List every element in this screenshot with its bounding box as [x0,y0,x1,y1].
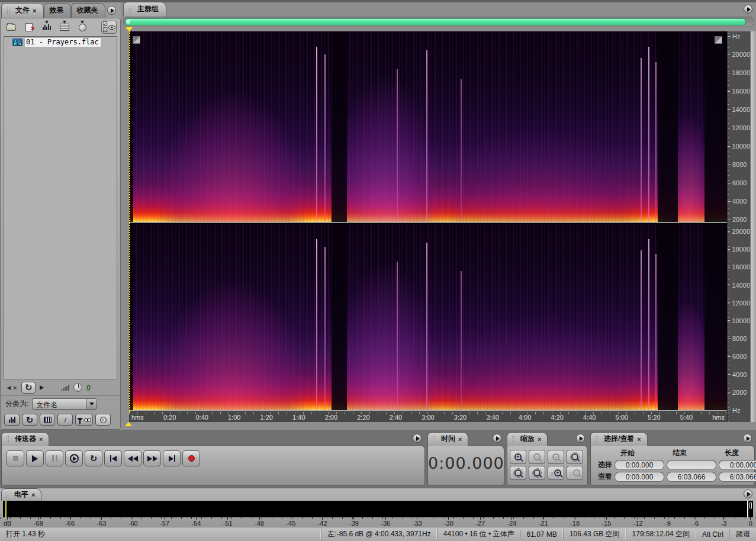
import-file-button[interactable] [4,21,18,34]
insert-into-cd-button[interactable] [57,21,72,34]
view-length-field[interactable]: 6:03.066 [719,472,756,482]
go-to-beginning-button[interactable] [104,450,122,466]
muted-speaker-icon[interactable]: ◄✕ [5,384,17,392]
time-ruler-label: 2:00 [325,414,337,421]
column-header-start: 开始 [615,448,664,458]
show-audio-files-button[interactable] [4,414,20,426]
cd-list-button[interactable] [95,414,111,426]
panel-menu-button[interactable] [743,434,752,443]
vertical-scrollbar[interactable] [750,31,756,422]
panel-menu-button[interactable] [744,5,752,14]
sort-dropdown[interactable]: 文件名 [32,398,97,410]
play-from-cursor-button[interactable] [65,450,83,466]
tab-transport[interactable]: 传送器× [1,432,49,446]
pause-button[interactable] [46,450,63,466]
panel-menu-button[interactable] [107,6,116,15]
go-to-end-button[interactable] [163,450,181,466]
spectrogram-right-channel[interactable] [129,224,727,411]
tab-zoom[interactable]: 缩放× [507,432,548,446]
play-icon[interactable] [40,385,44,390]
zoom-in-vertical-button[interactable]: ↕+ [548,466,564,480]
tab-time[interactable]: 时间× [427,432,468,446]
spectrogram-left-channel[interactable] [129,31,727,222]
eye-icon [108,25,115,30]
close-icon[interactable]: × [538,436,541,443]
playhead-cursor[interactable] [129,31,130,413]
frequency-label-row: 20000 [728,51,750,58]
level-meter[interactable] [3,501,753,517]
record-button[interactable] [182,450,200,466]
panel-menu-button[interactable] [744,490,752,498]
view-end-field[interactable]: 6:03.066 [667,472,716,482]
show-video-files-button[interactable] [40,414,55,426]
filter-show-options-button[interactable] [75,414,93,426]
rewind-icon [128,456,138,462]
horizontal-scrollbar-thumb[interactable] [125,18,746,25]
panel-menu-button[interactable] [413,434,422,443]
show-loop-files-button[interactable]: ↻ [22,414,37,426]
panel-menu-button[interactable] [493,434,501,443]
close-icon[interactable]: × [31,491,35,498]
show-options-button[interactable]: ☑☐ [101,21,117,34]
tab-main-group[interactable]: 主群组 [123,2,166,17]
selection-end-field[interactable] [667,460,716,470]
db-ruler-label: -39 [349,517,359,527]
db-ruler-label: 0 [749,517,752,527]
tab-files[interactable]: 文件× [1,3,44,18]
tab-time-label: 时间 [441,434,455,444]
tab-favorites[interactable]: 收藏夹 [71,3,105,18]
volume-bars-icon [61,385,69,391]
zoom-to-selection-right-button[interactable] [529,466,545,480]
loop-play-button[interactable]: ↻ [85,450,102,466]
insert-into-multitrack-icon [43,24,51,30]
db-ruler[interactable]: dB-69-66-63-60-57-54-51-48-45-42-39-36-3… [0,517,756,527]
show-video-files-icon [44,417,52,423]
corner-handle-icon[interactable] [715,36,722,44]
selection-start-field[interactable]: 0:00.000 [615,460,664,470]
frequency-ruler[interactable]: Hz 2000018000160001400012000100008000600… [727,31,750,422]
zoom-out-horizontal-button[interactable]: − [529,450,545,464]
selection-view-panel: 选择/查看× 开始 结束 长度 选择 0:00.000 0:00.000 查看 … [590,432,755,485]
tab-effects[interactable]: 效果 [44,3,71,18]
tab-levels[interactable]: 电平× [1,488,41,501]
close-file-button[interactable]: ✕ [22,21,36,34]
show-midi-files-button[interactable]: ♪ [57,414,73,426]
loop-playback-button[interactable]: ↻ [21,382,36,394]
play-button[interactable] [26,450,44,466]
horizontal-scrollbar-track[interactable] [123,17,754,27]
clip-indicator[interactable] [749,503,752,508]
clip-indicator[interactable] [747,501,748,517]
selection-start-marker-icon[interactable] [125,422,132,426]
insert-into-multitrack-button[interactable] [40,21,54,34]
tab-selection-view[interactable]: 选择/查看× [590,432,648,446]
zoom-to-selection-left-button[interactable] [510,466,526,480]
time-ruler-label: 3:20 [454,414,467,421]
corner-handle-icon[interactable] [133,36,140,44]
zoom-in-horizontal-button[interactable]: + [510,450,526,464]
record-icon [188,455,195,462]
spectral-display[interactable]: hms0:200:401:001:201:402:002:202:403:003… [129,31,727,422]
selection-start-marker-icon[interactable] [126,27,133,31]
zoom-out-vertical-button[interactable]: ↕− [567,466,583,480]
preview-volume-knob-icon[interactable] [73,383,82,392]
rewind-button[interactable] [124,450,141,466]
close-icon[interactable]: × [33,7,36,14]
tab-effects-label: 效果 [49,5,63,15]
panel-menu-button[interactable] [576,434,585,443]
view-start-field[interactable]: 0:00.000 [615,472,664,482]
list-item[interactable]: 01 - Prayers.flac [4,37,117,48]
edit-original-button[interactable] [75,21,89,34]
time-ruler[interactable]: hms0:200:401:001:201:402:002:202:403:003… [129,411,727,422]
file-list[interactable]: 01 - Prayers.flac [4,36,117,379]
stop-button[interactable] [7,450,24,466]
preview-volume-value[interactable]: 0 [86,384,91,392]
close-icon[interactable]: × [458,436,462,443]
fast-forward-button[interactable] [143,450,161,466]
close-icon[interactable]: × [637,436,641,443]
close-icon[interactable]: × [39,436,43,443]
dropdown-arrow[interactable] [86,399,96,409]
selection-length-field[interactable]: 0:00.000 [719,460,756,470]
zoom-to-selection-button[interactable] [567,450,583,464]
zoom-out-full-button[interactable]: − [548,450,564,464]
tab-main-group-label: 主群组 [137,4,159,14]
